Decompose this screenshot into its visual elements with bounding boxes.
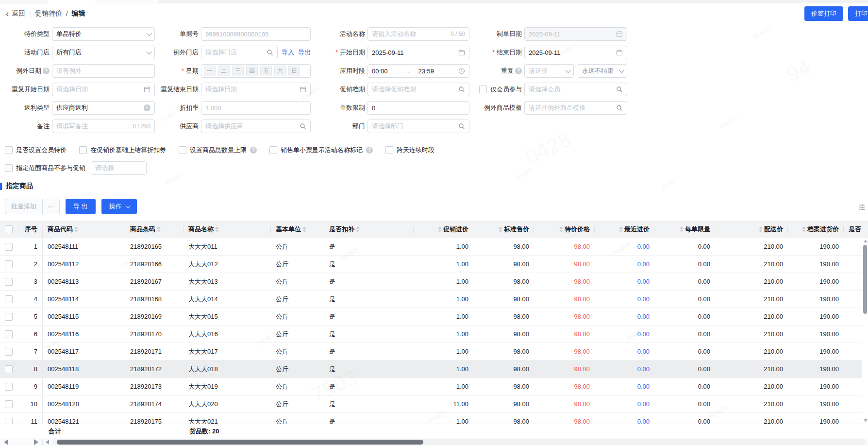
page-right-icon[interactable]: [34, 439, 38, 445]
header-cell-promo_price[interactable]: 促销进价: [414, 221, 473, 238]
header-cell-delivery_price[interactable]: 配送价: [715, 221, 788, 238]
row-checkbox[interactable]: [5, 383, 13, 391]
help-icon[interactable]: ?: [515, 68, 522, 74]
import-link[interactable]: 导入: [282, 48, 294, 57]
doc-no-field[interactable]: 999910009900000105: [201, 27, 311, 41]
search-icon[interactable]: [616, 104, 623, 111]
row-checkbox[interactable]: [5, 348, 13, 356]
search-icon[interactable]: [458, 123, 465, 130]
back-button[interactable]: 返回: [12, 9, 25, 18]
start-date-picker[interactable]: 2025-09-11: [367, 46, 469, 59]
sort-caret-icon[interactable]: [759, 226, 763, 232]
header-cell-archive_price[interactable]: 档案进货价: [788, 221, 844, 238]
member-only-input[interactable]: 请选择会员: [524, 83, 627, 96]
weekday-button[interactable]: 一: [204, 66, 216, 76]
row-select-cell[interactable]: [0, 343, 18, 360]
option-checkbox[interactable]: [269, 146, 277, 154]
help-icon[interactable]: ?: [250, 147, 257, 154]
row-select-cell[interactable]: [0, 326, 18, 343]
print-button[interactable]: 打印: [848, 6, 868, 21]
header-cell-deduct[interactable]: 是否扣补: [324, 221, 414, 238]
search-icon[interactable]: [616, 86, 623, 93]
row-checkbox[interactable]: [5, 313, 13, 321]
scroll-left-arrow-icon[interactable]: [46, 440, 49, 445]
sort-caret-icon[interactable]: [157, 226, 161, 232]
promo-period-input[interactable]: 请选择促销档期: [367, 83, 469, 96]
row-select-cell[interactable]: [0, 308, 18, 325]
special-type-select[interactable]: 单品特价: [52, 27, 155, 41]
page-left-icon[interactable]: [4, 439, 8, 445]
exclude-products-select[interactable]: 请选择: [91, 161, 147, 175]
select-all-header-cell[interactable]: [0, 221, 18, 238]
sort-caret-icon[interactable]: [559, 226, 563, 232]
scroll-down-arrow-icon[interactable]: [864, 419, 868, 422]
end-date-picker[interactable]: 2025-09-11: [524, 46, 627, 59]
row-checkbox[interactable]: [5, 260, 13, 268]
help-icon[interactable]: ?: [43, 68, 50, 74]
exception-store-input[interactable]: 请选择门店: [201, 46, 278, 59]
price-tag-print-button[interactable]: 价签打印: [804, 6, 843, 21]
row-select-cell[interactable]: [0, 256, 18, 273]
row-select-cell[interactable]: [0, 395, 18, 412]
vertical-scroll-thumb[interactable]: [863, 245, 867, 314]
discount-rate-input[interactable]: 1.000: [201, 101, 311, 115]
sort-caret-icon[interactable]: [74, 226, 78, 232]
scroll-up-arrow-icon[interactable]: [864, 240, 868, 242]
sort-caret-icon[interactable]: [499, 226, 502, 232]
export-button[interactable]: 导 出: [66, 199, 96, 214]
exclude-products-checkbox[interactable]: [5, 164, 13, 172]
rebate-type-select[interactable]: 供应商返利 ×: [52, 101, 155, 115]
row-checkbox[interactable]: [5, 400, 13, 408]
search-icon[interactable]: [300, 123, 306, 130]
weekday-button[interactable]: 日: [288, 66, 300, 76]
remark-input[interactable]: 请填写备注 0 / 250: [52, 120, 155, 133]
sort-caret-icon[interactable]: [438, 226, 442, 232]
option-checkbox[interactable]: [5, 146, 13, 154]
sort-caret-icon[interactable]: [680, 226, 684, 232]
option-checkbox[interactable]: [179, 146, 186, 154]
member-only-checkbox[interactable]: [479, 86, 487, 93]
breadcrumb-parent[interactable]: 促销特价: [35, 9, 62, 18]
repeat-end-picker[interactable]: 请选择日期: [201, 83, 311, 96]
row-select-cell[interactable]: [0, 273, 18, 290]
weekday-button[interactable]: 四: [246, 66, 258, 76]
header-cell-code[interactable]: 商品代码: [43, 221, 125, 238]
order-limit-input[interactable]: 0: [367, 101, 469, 115]
search-icon[interactable]: [267, 49, 273, 56]
horizontal-scroll-track[interactable]: [52, 439, 866, 445]
back-chevron-icon[interactable]: ‹: [6, 9, 9, 18]
horizontal-scroll-thumb[interactable]: [57, 440, 423, 445]
header-cell-special_price[interactable]: 特价价格: [534, 221, 595, 238]
option-checkbox[interactable]: [385, 146, 393, 154]
repeat-select[interactable]: 请选择: [524, 64, 574, 78]
row-select-cell[interactable]: [0, 238, 18, 255]
option-checkbox[interactable]: [79, 146, 87, 154]
export-link[interactable]: 导出: [298, 48, 311, 57]
row-select-cell[interactable]: [0, 413, 18, 424]
exception-template-input[interactable]: 请选择例外商品模板: [524, 101, 627, 115]
sort-caret-icon[interactable]: [619, 226, 623, 232]
row-checkbox[interactable]: [5, 418, 13, 424]
vertical-scrollbar[interactable]: [862, 238, 868, 424]
row-select-cell[interactable]: [0, 378, 18, 395]
weekday-button[interactable]: 五: [260, 66, 272, 76]
department-input[interactable]: 请选择部门: [367, 120, 469, 133]
sort-caret-icon[interactable]: [802, 226, 806, 232]
horizontal-scrollbar[interactable]: [0, 438, 868, 446]
header-cell-std_price[interactable]: 标准售价: [473, 221, 534, 238]
sort-caret-icon[interactable]: [302, 226, 306, 232]
row-checkbox[interactable]: [5, 278, 13, 286]
row-checkbox[interactable]: [5, 295, 13, 303]
sort-caret-icon[interactable]: [215, 226, 219, 232]
weekday-button[interactable]: 二: [218, 66, 230, 76]
header-cell-recent_price[interactable]: 最近进价: [595, 221, 654, 238]
row-select-cell[interactable]: [0, 360, 18, 377]
header-cell-barcode[interactable]: 商品条码: [125, 221, 184, 238]
help-icon[interactable]: ?: [366, 147, 373, 154]
header-cell-per_limit[interactable]: 每单限量: [654, 221, 715, 238]
activity-name-input[interactable]: 请输入活动名称 0 / 50: [367, 27, 469, 41]
exception-date-input[interactable]: 没有例外: [52, 64, 155, 78]
action-dropdown-button[interactable]: 操作: [101, 199, 137, 214]
repeat-start-picker[interactable]: 请选择日期: [52, 83, 155, 96]
row-checkbox[interactable]: [5, 243, 13, 251]
